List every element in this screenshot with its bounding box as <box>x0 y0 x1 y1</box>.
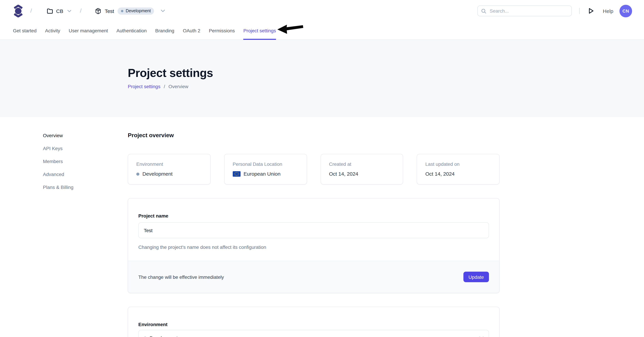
environment-badge: Development <box>118 7 154 14</box>
chevron-down-icon[interactable] <box>161 9 165 12</box>
footer-note: The change will be effective immediately <box>138 274 224 280</box>
environment-select-value: Development <box>150 335 178 337</box>
card-value: Oct 14, 2024 <box>329 171 358 177</box>
project-name-input[interactable] <box>138 222 489 238</box>
card-environment: Environment Development <box>128 154 210 185</box>
tab-permissions[interactable]: Permissions <box>209 22 235 40</box>
card-value: Oct 14, 2024 <box>426 171 455 177</box>
settings-sidebar: Overview API Keys Members Advanced Plans… <box>43 132 128 337</box>
sidebar-item-advanced[interactable]: Advanced <box>43 171 128 178</box>
project-name-helper: Changing the project's name does not aff… <box>138 244 489 251</box>
status-dot <box>136 172 139 175</box>
environment-select[interactable]: Development <box>138 330 489 337</box>
help-link[interactable]: Help <box>603 8 613 14</box>
card-last-updated: Last updated on Oct 14, 2024 <box>417 154 500 185</box>
project-name-label: Project name <box>138 213 489 219</box>
tab-get-started[interactable]: Get started <box>13 22 37 40</box>
tab-authentication[interactable]: Authentication <box>116 22 147 40</box>
sidebar-item-members[interactable]: Members <box>43 158 128 165</box>
content-area: Overview API Keys Members Advanced Plans… <box>0 117 644 337</box>
tab-branding[interactable]: Branding <box>155 22 174 40</box>
environment-label: Environment <box>138 321 489 328</box>
breadcrumb: / CB / Test Development <box>13 4 165 17</box>
folder-icon <box>47 8 53 13</box>
tab-project-settings-label: Project settings <box>243 28 276 33</box>
breadcrumb-separator: / <box>30 7 32 14</box>
section-title: Project overview <box>128 132 500 139</box>
page-title: Project settings <box>128 66 644 79</box>
card-label: Personal Data Location <box>233 161 298 167</box>
main-panel: Project overview Environment Development… <box>128 132 500 337</box>
sidebar-item-plans-billing[interactable]: Plans & Billing <box>43 184 128 191</box>
sidebar-item-api-keys[interactable]: API Keys <box>43 145 128 152</box>
update-button[interactable]: Update <box>464 272 489 282</box>
search-icon <box>481 8 486 13</box>
chevron-down-icon[interactable] <box>67 10 71 12</box>
avatar[interactable]: CN <box>620 4 632 17</box>
divider <box>579 8 580 14</box>
breadcrumb-current: Overview <box>168 84 188 89</box>
top-bar: / CB / Test Development <box>0 0 644 22</box>
card-label: Last updated on <box>426 161 491 167</box>
card-label: Environment <box>136 161 202 167</box>
breadcrumb-separator: / <box>164 84 165 89</box>
top-bar-actions: Help CN <box>478 4 632 17</box>
tab-user-management[interactable]: User management <box>69 22 108 40</box>
overview-cards: Environment Development Personal Data Lo… <box>128 154 500 185</box>
tab-project-settings[interactable]: Project settings <box>243 22 276 40</box>
card-personal-data-location: Personal Data Location <box>224 154 307 185</box>
page-breadcrumb: Project settings / Overview <box>128 84 644 89</box>
environment-badge-label: Development <box>126 8 151 13</box>
project-name[interactable]: Test <box>105 8 114 14</box>
project-name-footer: The change will be effective immediately… <box>128 261 499 293</box>
tab-activity[interactable]: Activity <box>45 22 60 40</box>
annotation-arrow-icon <box>276 23 304 35</box>
search-input[interactable] <box>489 8 568 14</box>
breadcrumb-separator: / <box>80 7 82 14</box>
search-box[interactable] <box>478 5 572 16</box>
main-nav-tabs: Get started Activity User management Aut… <box>0 22 644 40</box>
tab-oauth-2[interactable]: OAuth 2 <box>183 22 200 40</box>
breadcrumb-link-project-settings[interactable]: Project settings <box>128 84 160 89</box>
card-value: Development <box>142 171 172 177</box>
card-created-at: Created at Oct 14, 2024 <box>320 154 403 185</box>
environment-panel: Environment Development <box>128 307 500 337</box>
play-icon[interactable] <box>588 8 594 14</box>
status-dot <box>121 10 123 12</box>
eu-flag-icon <box>233 171 240 177</box>
card-value: European Union <box>244 171 280 177</box>
page-header: Project settings Project settings / Over… <box>0 40 644 117</box>
org-name[interactable]: CB <box>56 8 63 14</box>
package-icon <box>95 8 101 14</box>
project-name-panel: Project name Changing the project's name… <box>128 198 500 293</box>
card-label: Created at <box>329 161 395 167</box>
hanko-logo-icon[interactable] <box>13 4 24 17</box>
sidebar-item-overview[interactable]: Overview <box>43 132 128 139</box>
